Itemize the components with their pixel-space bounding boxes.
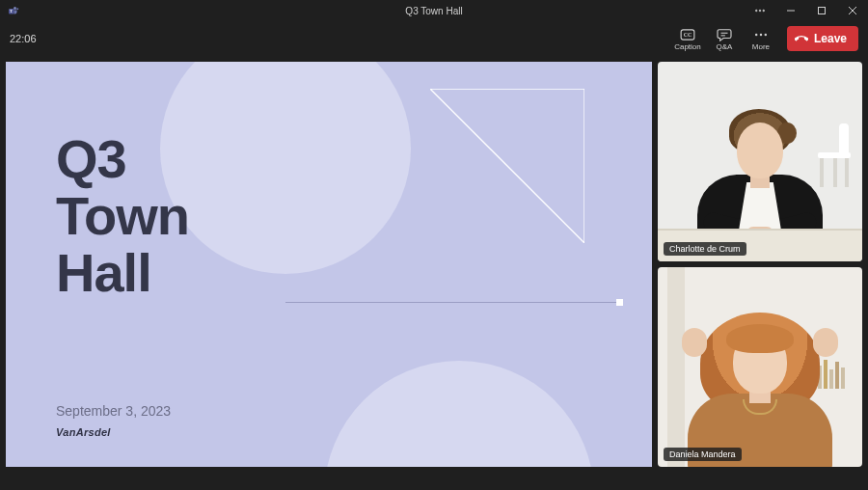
ellipsis-button[interactable] bbox=[745, 0, 775, 21]
svg-point-15 bbox=[755, 33, 757, 35]
window-title: Q3 Town Hall bbox=[405, 6, 462, 16]
slide-brand: VanArsdel bbox=[56, 426, 111, 438]
slide-date: September 3, 2023 bbox=[56, 403, 171, 419]
minimize-button[interactable] bbox=[775, 0, 806, 21]
participant-video bbox=[658, 62, 862, 261]
decoration-line bbox=[285, 299, 623, 306]
svg-text:T: T bbox=[10, 9, 13, 14]
meeting-stage-area: Q3 Town Hall September 3, 2023 VanArsdel bbox=[0, 56, 868, 473]
decoration-triangle bbox=[430, 89, 584, 243]
svg-point-16 bbox=[760, 33, 762, 35]
app-window: T Q3 Town Hall 22:06 CC Caption Q&A bbox=[0, 0, 868, 490]
meeting-duration: 22:06 bbox=[10, 33, 37, 44]
qa-button[interactable]: Q&A bbox=[708, 23, 741, 54]
caption-label: Caption bbox=[674, 43, 701, 51]
leave-label: Leave bbox=[814, 32, 847, 45]
svg-text:CC: CC bbox=[684, 32, 692, 38]
more-button[interactable]: More bbox=[745, 23, 777, 54]
more-icon bbox=[754, 27, 768, 42]
svg-point-17 bbox=[765, 33, 767, 35]
teams-icon: T bbox=[0, 5, 27, 16]
svg-point-0 bbox=[14, 7, 16, 10]
svg-point-1 bbox=[16, 8, 18, 10]
participants-panel: Charlotte de Crum Daniela bbox=[656, 56, 868, 473]
bottom-bar bbox=[0, 473, 868, 490]
svg-point-6 bbox=[763, 10, 765, 12]
svg-point-5 bbox=[759, 10, 761, 12]
participant-name: Daniela Mandera bbox=[664, 448, 742, 461]
qa-label: Q&A bbox=[717, 43, 733, 51]
decoration-circle-top bbox=[160, 62, 411, 274]
maximize-button[interactable] bbox=[806, 0, 837, 21]
meeting-toolbar: 22:06 CC Caption Q&A More Leave bbox=[0, 21, 868, 56]
participant-tile[interactable]: Charlotte de Crum bbox=[658, 62, 862, 261]
close-button[interactable] bbox=[837, 0, 868, 21]
chat-bubble-icon bbox=[717, 27, 732, 42]
leave-button[interactable]: Leave bbox=[787, 26, 858, 51]
caption-icon: CC bbox=[680, 27, 695, 42]
caption-button[interactable]: CC Caption bbox=[671, 23, 704, 54]
more-label: More bbox=[752, 43, 770, 51]
svg-point-4 bbox=[755, 10, 757, 12]
decoration-circle-bottom bbox=[324, 361, 594, 467]
slide-title: Q3 Town Hall bbox=[56, 131, 189, 301]
title-bar: T Q3 Town Hall bbox=[0, 0, 868, 21]
shared-slide: Q3 Town Hall September 3, 2023 VanArsdel bbox=[6, 62, 652, 467]
window-controls bbox=[745, 0, 868, 21]
hangup-icon bbox=[795, 32, 808, 45]
participant-tile[interactable]: Daniela Mandera bbox=[658, 267, 862, 467]
participant-name: Charlotte de Crum bbox=[664, 242, 746, 256]
svg-marker-18 bbox=[430, 89, 584, 243]
presentation-stage: Q3 Town Hall September 3, 2023 VanArsdel bbox=[0, 56, 656, 473]
participant-video bbox=[658, 267, 862, 467]
svg-rect-8 bbox=[819, 8, 826, 14]
